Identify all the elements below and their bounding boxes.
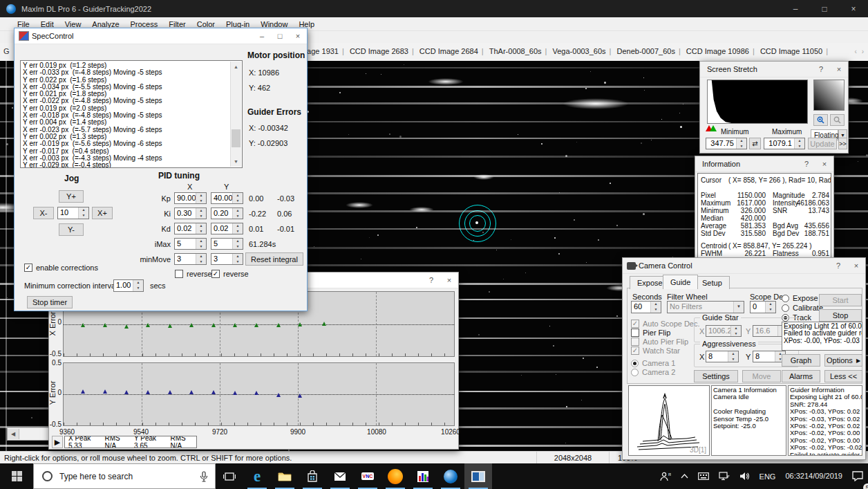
reverse-y-checkbox[interactable]: reverse [211, 270, 249, 278]
people-icon[interactable]: R [655, 463, 676, 489]
notification-icon[interactable]: 5 [847, 463, 868, 489]
maxim-dl-icon[interactable] [437, 463, 464, 489]
speccontrol-titlebar[interactable]: SpecControl – □ × [15, 28, 307, 44]
aggressiveness-x-stepper[interactable]: 8 [706, 351, 739, 362]
start-button[interactable]: Start [819, 294, 862, 306]
seconds-stepper[interactable]: 60 [631, 301, 661, 313]
stop-button[interactable]: Stop [819, 309, 862, 322]
pid-kd-y-stepper[interactable]: 0.02 [211, 223, 243, 234]
pid-ki-y-stepper[interactable]: 0.20 [211, 207, 243, 219]
jog-y-minus-button[interactable]: Y- [59, 223, 84, 236]
tab-scroll-arrows-icon[interactable]: ‹ › [855, 48, 865, 55]
close-icon[interactable]: × [839, 0, 868, 17]
clock[interactable]: 06:32 14/09/2019 [780, 463, 847, 489]
zoom-in-icon[interactable] [813, 114, 828, 126]
scope-dec-stepper[interactable]: 0 [750, 301, 776, 313]
image-horizontal-scrollbar[interactable]: ◀ [7, 427, 51, 441]
tab-setup[interactable]: Setup [695, 276, 730, 289]
scrollbar-thumb[interactable] [232, 129, 240, 147]
tab-deneb-0007[interactable]: Deneb-0007_60s [614, 47, 679, 55]
vnc-icon[interactable]: VNC [354, 463, 381, 489]
pid-kd-x-stepper[interactable]: 0.02 [174, 223, 207, 234]
tab-ccd-image-11050[interactable]: CCD Image 11050 [757, 47, 826, 55]
jog-x-minus-button[interactable]: X- [33, 207, 54, 219]
pier-flip-checkbox[interactable]: Pier Flip [631, 329, 670, 337]
min-interval-stepper[interactable]: 1.00 [113, 279, 144, 292]
pid-minmove-y-stepper[interactable]: 3 [211, 253, 243, 265]
network-icon[interactable] [714, 463, 735, 489]
microphone-icon[interactable] [200, 471, 208, 482]
pid-minmove-x-stepper[interactable]: 3 [174, 253, 207, 265]
tab-ccd-image-10986[interactable]: CCD Image 10986 [683, 47, 753, 55]
camera-control-titlebar[interactable]: Camera Control ? × [623, 258, 865, 274]
help-icon[interactable]: ? [422, 276, 440, 284]
start-button[interactable] [0, 463, 33, 489]
maximize-icon[interactable]: □ [271, 32, 289, 40]
help-icon[interactable]: ? [829, 261, 847, 270]
guider-log-box[interactable]: Y err 0.019 px (=1.2 steps) X err -0.033… [20, 60, 243, 168]
alarms-button[interactable]: Alarms [782, 370, 820, 382]
zoom-out-icon[interactable] [830, 114, 845, 126]
active-window-icon[interactable] [464, 463, 492, 489]
jog-x-plus-button[interactable]: X+ [92, 207, 113, 219]
tab-vega-0003[interactable]: Vega-0003_60s [549, 47, 610, 55]
graph-button[interactable]: Graph [782, 354, 820, 367]
pid-kp-x-stepper[interactable]: 90.00 [174, 192, 207, 204]
scroll-down-icon[interactable]: ▼ [231, 156, 241, 167]
firefox-icon[interactable] [381, 463, 409, 489]
calibrate-radio[interactable]: Calibrate [782, 304, 823, 312]
store-icon[interactable] [299, 463, 326, 489]
mail-icon[interactable] [326, 463, 354, 489]
scroll-left-icon[interactable]: ◀ [8, 429, 19, 439]
settings-button[interactable]: Settings [694, 370, 738, 382]
task-view-icon[interactable] [216, 463, 243, 489]
file-explorer-icon[interactable] [271, 463, 299, 489]
scroll-up-icon[interactable]: ▲ [231, 62, 241, 72]
enable-corrections-checkbox[interactable]: enable corrections [24, 264, 98, 272]
help-icon[interactable]: ? [798, 160, 815, 168]
tab-guide[interactable]: Guide [663, 275, 698, 289]
edge-icon[interactable]: e [243, 463, 271, 489]
swap-min-max-icon[interactable]: ⇄ [749, 138, 761, 149]
language-indicator[interactable]: ENG [755, 463, 781, 489]
jog-step-stepper[interactable]: 10 [57, 207, 89, 219]
minimize-icon[interactable]: – [781, 0, 810, 17]
aggressiveness-y-stepper[interactable]: 8 [753, 351, 786, 362]
auto-pier-flip-checkbox[interactable]: Auto Pier Flip [631, 338, 688, 346]
keyboard-icon[interactable] [693, 463, 714, 489]
stretch-min-stepper[interactable]: 347.75 [706, 138, 747, 149]
chevron-up-icon[interactable] [676, 463, 693, 489]
watch-star-checkbox[interactable]: Watch Star [631, 347, 680, 355]
expose-radio[interactable]: Expose [782, 294, 818, 302]
camera2-radio[interactable]: Camera 2 [631, 368, 675, 376]
minimize-icon[interactable]: – [253, 32, 271, 40]
close-icon[interactable]: × [815, 160, 833, 168]
maximize-icon[interactable]: □ [810, 0, 839, 17]
close-icon[interactable]: × [289, 32, 307, 40]
pid-ki-x-stepper[interactable]: 0.30 [174, 207, 207, 219]
taskbar-search[interactable]: Type here to search [33, 463, 216, 489]
close-icon[interactable]: × [440, 276, 458, 284]
expand-button[interactable]: >> [838, 138, 847, 149]
jog-y-plus-button[interactable]: Y+ [59, 190, 84, 203]
volume-icon[interactable] [735, 463, 755, 489]
move-button[interactable]: Move [742, 370, 781, 382]
tab-thar-0008[interactable]: ThAr-0008_60s [486, 47, 545, 55]
stop-timer-button[interactable]: Stop timer [27, 296, 73, 308]
pid-imax-y-stepper[interactable]: 5 [211, 238, 243, 250]
reset-integral-button[interactable]: Reset integral [245, 252, 303, 266]
play-icon[interactable]: ▶ [52, 436, 63, 448]
screen-stretch-titlebar[interactable]: Screen Stretch ? × [700, 62, 848, 77]
close-icon[interactable]: × [830, 65, 848, 73]
guide-star-x-stepper[interactable]: 1006.2 [706, 325, 742, 337]
pid-imax-x-stepper[interactable]: 5 [174, 238, 207, 250]
information-titlebar[interactable]: Information ? × [695, 156, 833, 172]
close-icon[interactable]: × [847, 261, 865, 270]
auto-scope-dec-checkbox[interactable]: Auto Scope Dec. [631, 320, 700, 328]
tab-ccd-image-2684[interactable]: CCD Image 2684 [416, 47, 482, 55]
stretch-max-handle[interactable] [710, 125, 717, 131]
reverse-x-checkbox[interactable]: reverse [175, 270, 212, 278]
log-scrollbar[interactable]: ▲ ▼ [230, 62, 241, 167]
tab-ccd-image-2683[interactable]: CCD Image 2683 [346, 47, 412, 55]
pid-kp-y-stepper[interactable]: 40.00 [211, 192, 243, 204]
